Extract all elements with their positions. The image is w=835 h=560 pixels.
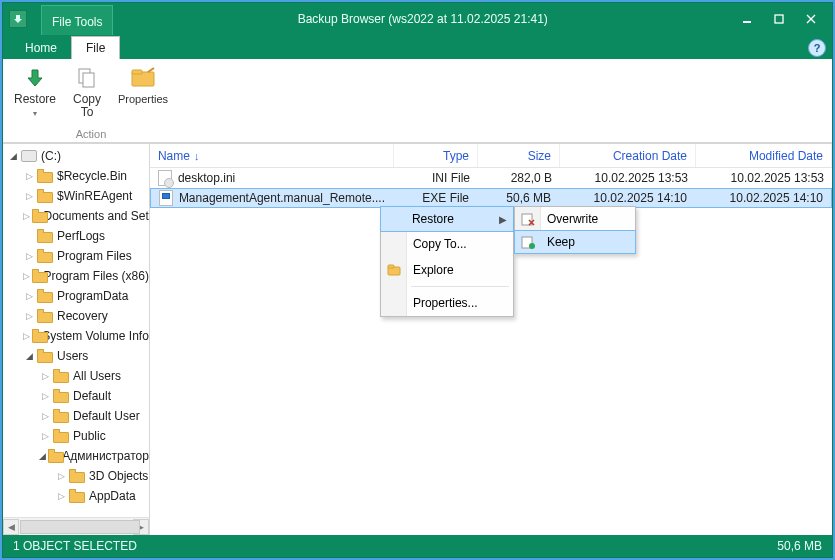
tree-node[interactable]: 3D Objects [3, 466, 149, 486]
tree-node[interactable]: $Recycle.Bin [3, 166, 149, 186]
keep-icon [520, 234, 536, 250]
expand-icon[interactable] [39, 371, 51, 381]
sort-ascending-icon: ↓ [194, 150, 200, 162]
context-submenu-restore: Overwrite Keep [514, 206, 636, 254]
tree-node[interactable]: AppData [3, 486, 149, 506]
ribbon-group-action: Restore▾ CopyTo Properties Action [3, 59, 179, 142]
tree-node[interactable]: Администратор [3, 446, 149, 466]
tree-node-label: All Users [73, 369, 121, 383]
expand-icon[interactable] [23, 251, 35, 261]
tree-node[interactable]: PerfLogs [3, 226, 149, 246]
scroll-thumb[interactable] [20, 520, 140, 534]
tree-node[interactable]: Default User [3, 406, 149, 426]
tree-node[interactable]: System Volume Info [3, 326, 149, 346]
column-modified-date[interactable]: Modified Date [696, 144, 832, 167]
tree-node-label: Program Files [57, 249, 132, 263]
folder-icon [32, 270, 40, 283]
collapse-icon[interactable] [23, 351, 35, 361]
status-bar: 1 OBJECT SELECTED 50,6 MB [3, 535, 832, 557]
submenu-arrow-icon: ▶ [499, 214, 507, 225]
tree-node[interactable]: ProgramData [3, 286, 149, 306]
expand-icon[interactable] [23, 311, 35, 321]
scroll-left-button[interactable]: ◀ [3, 519, 19, 535]
folder-icon [53, 370, 69, 383]
tree-node[interactable]: Users [3, 346, 149, 366]
expand-icon[interactable] [55, 471, 67, 481]
menu-explore[interactable]: Explore [381, 257, 513, 283]
column-type[interactable]: Type [394, 144, 478, 167]
column-name[interactable]: Name↓ [150, 144, 394, 167]
tree-node-label: 3D Objects [89, 469, 148, 483]
scroll-track[interactable] [19, 519, 133, 535]
folder-icon [37, 170, 53, 183]
expand-icon[interactable] [23, 211, 30, 221]
submenu-keep-label: Keep [547, 235, 575, 249]
tree-node[interactable]: Public [3, 426, 149, 446]
tree-node-label: Documents and Set [43, 209, 148, 223]
window-controls [732, 3, 832, 35]
window-title: Backup Browser (ws2022 at 11.02.2025 21:… [113, 3, 732, 35]
tab-home[interactable]: Home [11, 37, 71, 59]
folder-icon [53, 390, 69, 403]
menu-properties[interactable]: Properties... [381, 290, 513, 316]
main-area: (C:)$Recycle.Bin$WinREAgentDocuments and… [3, 143, 832, 535]
folder-tree[interactable]: (C:)$Recycle.Bin$WinREAgentDocuments and… [3, 144, 149, 517]
expand-icon[interactable] [39, 431, 51, 441]
expand-icon[interactable] [23, 271, 30, 281]
column-creation-date[interactable]: Creation Date [560, 144, 696, 167]
dropdown-icon: ▾ [33, 109, 37, 118]
submenu-overwrite[interactable]: Overwrite [515, 207, 635, 231]
close-button[interactable] [796, 8, 826, 30]
expand-icon[interactable] [23, 191, 35, 201]
cell-size: 50,6 MB [477, 191, 559, 205]
tree-node[interactable]: Default [3, 386, 149, 406]
tree-node[interactable]: Program Files [3, 246, 149, 266]
folder-icon [53, 410, 69, 423]
tree-node-label: (C:) [41, 149, 61, 163]
menu-restore[interactable]: Restore ▶ [380, 206, 514, 232]
cell-cdate: 10.02.2025 14:10 [559, 191, 695, 205]
svg-rect-7 [388, 265, 394, 268]
expand-icon[interactable] [23, 171, 35, 181]
menu-copy-to[interactable]: Copy To... [381, 231, 513, 257]
cell-mdate: 10.02.2025 13:53 [696, 171, 832, 185]
table-row[interactable]: desktop.iniINI File282,0 B10.02.2025 13:… [150, 168, 832, 188]
ribbon-properties-button[interactable]: Properties [113, 63, 173, 121]
list-body[interactable]: desktop.iniINI File282,0 B10.02.2025 13:… [150, 168, 832, 535]
tree-node-label: Recovery [57, 309, 108, 323]
submenu-keep[interactable]: Keep [514, 230, 636, 254]
table-row[interactable]: ManagementAgent.manual_Remote....EXE Fil… [150, 188, 832, 208]
column-size[interactable]: Size [478, 144, 560, 167]
file-name: desktop.ini [178, 171, 235, 185]
ribbon-copyto-label1: Copy [73, 92, 101, 106]
tree-node[interactable]: (C:) [3, 146, 149, 166]
collapse-icon[interactable] [39, 451, 46, 461]
tree-horizontal-scrollbar[interactable]: ◀ ▶ [3, 517, 149, 535]
expand-icon[interactable] [39, 391, 51, 401]
tree-node[interactable]: All Users [3, 366, 149, 386]
tree-node[interactable]: Documents and Set [3, 206, 149, 226]
expand-icon[interactable] [39, 411, 51, 421]
expand-icon[interactable] [55, 491, 67, 501]
context-menu: Restore ▶ Copy To... Explore Properties.… [380, 206, 514, 317]
tab-file[interactable]: File [71, 36, 120, 59]
tree-node-label: Default [73, 389, 111, 403]
quick-access [3, 3, 33, 35]
ribbon-copyto-button[interactable]: CopyTo [61, 63, 113, 121]
minimize-button[interactable] [732, 8, 762, 30]
expand-icon[interactable] [23, 331, 30, 341]
help-button[interactable]: ? [808, 39, 826, 57]
tree-node[interactable]: Program Files (x86) [3, 266, 149, 286]
collapse-icon[interactable] [7, 151, 19, 161]
maximize-button[interactable] [764, 8, 794, 30]
folder-icon [32, 330, 38, 343]
ini-file-icon [158, 170, 172, 186]
tree-node[interactable]: $WinREAgent [3, 186, 149, 206]
expand-icon[interactable] [23, 291, 35, 301]
ribbon-restore-button[interactable]: Restore▾ [9, 63, 61, 121]
overwrite-icon [520, 211, 536, 227]
tree-node-label: ProgramData [57, 289, 128, 303]
tree-node[interactable]: Recovery [3, 306, 149, 326]
folder-icon [53, 430, 69, 443]
ribbon-copyto-label2: To [81, 105, 94, 119]
